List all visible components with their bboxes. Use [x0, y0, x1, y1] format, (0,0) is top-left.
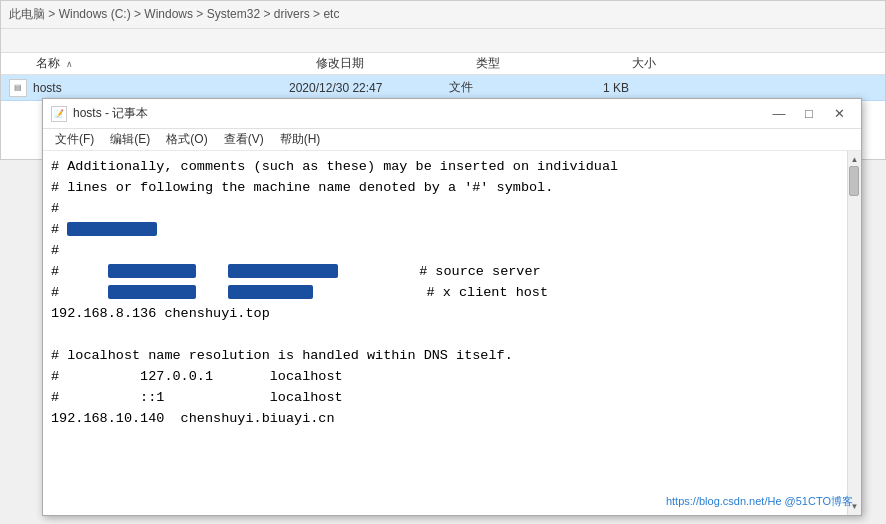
- file-name: hosts: [33, 81, 62, 95]
- title-bar: 📝 hosts - 记事本 — □ ✕: [43, 99, 861, 129]
- col-header-type[interactable]: 类型: [476, 55, 596, 72]
- redaction-5: [228, 285, 313, 299]
- line-3: #: [51, 199, 839, 220]
- file-date: 2020/12/30 22:47: [289, 81, 449, 95]
- line-10: # localhost name resolution is handled w…: [51, 346, 839, 367]
- menu-file[interactable]: 文件(F): [47, 129, 102, 150]
- line-7: # # x client host: [51, 283, 839, 304]
- maximize-button[interactable]: □: [795, 103, 823, 125]
- menu-edit[interactable]: 编辑(E): [102, 129, 158, 150]
- menu-view[interactable]: 查看(V): [216, 129, 272, 150]
- line-8: 192.168.8.136 chenshuyi.top: [51, 304, 839, 325]
- window-controls: — □ ✕: [765, 103, 853, 125]
- line-9: [51, 325, 839, 346]
- col-header-size[interactable]: 大小: [596, 55, 676, 72]
- notepad-window: 📝 hosts - 记事本 — □ ✕ 文件(F) 编辑(E) 格式(O) 查看…: [42, 98, 862, 516]
- close-button[interactable]: ✕: [825, 103, 853, 125]
- content-area: # Additionally, comments (such as these)…: [43, 151, 861, 515]
- col-header-date[interactable]: 修改日期: [316, 55, 476, 72]
- menu-bar: 文件(F) 编辑(E) 格式(O) 查看(V) 帮助(H): [43, 129, 861, 151]
- menu-help[interactable]: 帮助(H): [272, 129, 329, 150]
- scroll-track: [848, 166, 861, 500]
- redaction-3: [228, 264, 338, 278]
- line-2: # lines or following the machine name de…: [51, 178, 839, 199]
- redaction-2: [108, 264, 196, 278]
- column-headers: 名称 ∧ 修改日期 类型 大小: [1, 53, 885, 75]
- file-name-cell: ▤ hosts: [9, 79, 289, 97]
- file-type: 文件: [449, 79, 569, 96]
- line-6: # # source server: [51, 262, 839, 283]
- minimize-button[interactable]: —: [765, 103, 793, 125]
- line-1: # Additionally, comments (such as these)…: [51, 157, 839, 178]
- line-4: #: [51, 220, 839, 241]
- sort-arrow-icon: ∧: [66, 59, 73, 69]
- file-icon: ▤: [9, 79, 27, 97]
- text-editor[interactable]: # Additionally, comments (such as these)…: [43, 151, 847, 515]
- col-header-name[interactable]: 名称 ∧: [36, 55, 316, 72]
- scroll-thumb[interactable]: [849, 166, 859, 196]
- line-13: 192.168.10.140 chenshuyi.biuayi.cn: [51, 409, 839, 430]
- notepad-icon: 📝: [51, 106, 67, 122]
- line-11: # 127.0.0.1 localhost: [51, 367, 839, 388]
- redaction-4: [108, 285, 196, 299]
- line-5: #: [51, 241, 839, 262]
- vertical-scrollbar[interactable]: ▲ ▼: [847, 151, 861, 515]
- menu-format[interactable]: 格式(O): [158, 129, 215, 150]
- redaction-1: [67, 222, 157, 236]
- notepad-title: hosts - 记事本: [73, 105, 765, 122]
- breadcrumb[interactable]: 此电脑 > Windows (C:) > Windows > System32 …: [1, 1, 885, 29]
- watermark: https://blog.csdn.net/He @51CTO博客: [666, 494, 853, 509]
- explorer-toolbar: [1, 29, 885, 53]
- file-size: 1 KB: [569, 81, 649, 95]
- scroll-up-arrow[interactable]: ▲: [849, 153, 861, 166]
- breadcrumb-text: 此电脑 > Windows (C:) > Windows > System32 …: [9, 6, 339, 23]
- line-12: # ::1 localhost: [51, 388, 839, 409]
